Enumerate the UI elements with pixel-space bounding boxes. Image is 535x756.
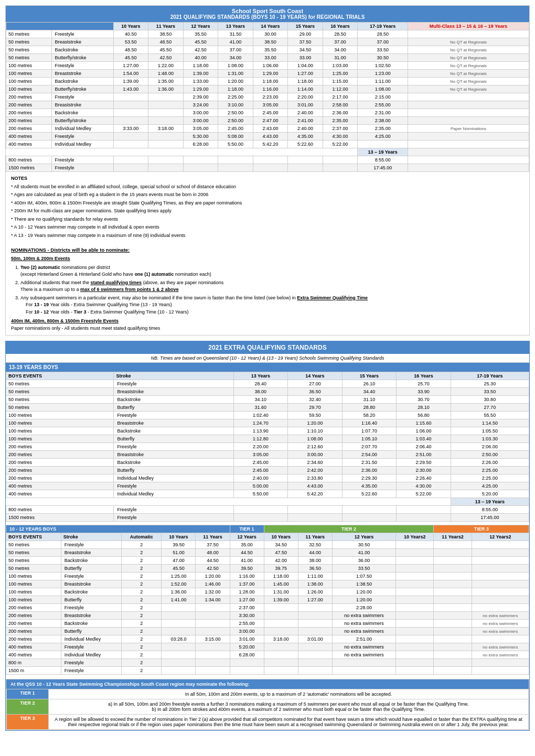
cell-15: 2:54.00 [342, 451, 397, 459]
boys-1012-row: 50 metres Backstroke 2 47.00 44.50 41.00… [6, 557, 529, 565]
cell-stroke: Freestyle [51, 133, 113, 141]
cell-16: 28.10 [397, 404, 451, 412]
cell-event: 50 metres [6, 549, 61, 557]
cell-10 [113, 141, 148, 148]
cell-stroke: Breaststroke [51, 70, 113, 78]
cell-t2-12: 1:38.50 [332, 580, 395, 588]
cell-t2-12: 2:51.00 [332, 635, 395, 643]
cell-1719: 37.00 [358, 38, 408, 46]
cell-16: 31.00 [323, 54, 358, 62]
cell-1719: 2:25.00 [451, 467, 529, 474]
gss-section: At the QSS 10 - 12 Years State Swimming … [6, 679, 529, 730]
cell-12: 1:33.00 [183, 78, 218, 85]
cell-16: 1:06.00 [397, 427, 451, 435]
cell-11: 48.50 [148, 38, 184, 46]
cell-t2-11: 1:11.00 [298, 573, 332, 580]
col-1012-t1-11: 11 Years [196, 533, 230, 541]
cell-mc: No QT at Regionals [408, 70, 529, 78]
col-14yr: 14 Years [253, 23, 288, 30]
cell-t1-11: 1:34.00 [196, 596, 230, 604]
cell-t1-10: 1:36.00 [162, 588, 196, 596]
cell-t1-12: 2:37.00 [230, 604, 264, 612]
cell-13: 1:02.40 [233, 412, 288, 419]
cell-t2-11: 32.50 [298, 541, 332, 549]
cell-event: 100 metres [6, 580, 61, 588]
cell-event: 200 metres [6, 459, 114, 467]
cell-auto: 2 [122, 643, 162, 651]
cell-t2-12: 1:07.50 [332, 573, 395, 580]
cell-11 [148, 133, 184, 141]
cell-t1-11 [196, 620, 230, 628]
boys-1319-table: BOYS EVENTS Stroke 13 Years 14 Years 15 … [6, 372, 529, 522]
boys-1319-row: 50 metres Butterfly 31.60 29.70 28.80 28… [6, 404, 529, 412]
cell-1719: 1:05.50 [451, 427, 529, 435]
cell-event: 100 metres [6, 588, 61, 596]
main-table-row: 50 metres Freestyle 40.50 38.50 35.50 31… [6, 30, 529, 38]
cell-13: 2:45.00 [233, 459, 288, 467]
cell-t1-12: 44.50 [230, 549, 264, 557]
cell-16: 2:35.00 [323, 117, 358, 125]
cell-event: 400 metres [6, 651, 61, 659]
cell-11 [148, 164, 184, 172]
cell-t3-12 [472, 635, 529, 643]
cell-12: 1:18.00 [183, 62, 218, 70]
cell-t3-12 [472, 604, 529, 612]
gss-tier3-row: TIER 3 A region will be allowed to excee… [7, 715, 529, 730]
cell-t1-12: 1:37.00 [230, 580, 264, 588]
cell-stroke: Backstroke [114, 459, 233, 467]
cell-13: 37.00 [218, 46, 253, 54]
cell-t3-12 [472, 565, 529, 573]
cell-13: 5:00.00 [233, 482, 288, 490]
cell-t2-11 [298, 643, 332, 651]
cell-13 [218, 164, 253, 172]
gss-tier3-label: TIER 3 [7, 715, 49, 730]
cell-11 [148, 141, 184, 148]
gss-tier2-desc-a: a) In all 50m, 100m and 200m freestyle e… [108, 701, 469, 707]
cell-11 [148, 156, 184, 164]
cell-15: 1:18.00 [288, 78, 323, 85]
cell-stroke: Breaststroke [51, 38, 113, 46]
cell-16: 28.50 [323, 30, 358, 38]
nominations-title: NOMINATIONS - Districts will be able to … [11, 246, 524, 254]
cell-t3-12 [472, 573, 529, 580]
cell-t3-11 [434, 588, 472, 596]
gss-tier2-desc-b: b) In all 200m form strokes and 400m eve… [152, 707, 425, 712]
gss-tier3-desc: A region will be allowed to exceed the n… [49, 715, 529, 730]
cell-stroke: Breaststroke [114, 388, 233, 396]
cell-14: 4:43.00 [253, 133, 288, 141]
cell-t1-11 [196, 612, 230, 620]
boys-1012-row: 100 metres Breaststroke 2 1:52.00 1:46.0… [6, 580, 529, 588]
cell-t3-12: no extra swimmers [472, 651, 529, 659]
col-boys-1719: 17-19 Years [451, 372, 529, 380]
cell-t2-10 [264, 651, 298, 659]
cell-stroke: Freestyle [61, 667, 122, 675]
cell-15: 1:27.00 [288, 70, 323, 78]
cell-t2-11 [298, 604, 332, 612]
cell-16 [397, 514, 451, 522]
cell-t1-11 [196, 628, 230, 635]
cell-event: 200 metres [6, 93, 52, 101]
cell-14: 1:29.00 [253, 70, 288, 78]
cell-10 [113, 101, 148, 109]
cell-t1-11 [196, 643, 230, 651]
cell-t3-12 [472, 580, 529, 588]
col-boys-event: BOYS EVENTS [6, 372, 114, 380]
cell-auto: 2 [122, 573, 162, 580]
cell-t3-10 [396, 573, 434, 580]
cell-t2-10 [264, 659, 298, 667]
cell-12: 3:00.00 [183, 109, 218, 117]
gss-tier1-row: TIER 1 In all 50m, 100m and 200m events,… [7, 689, 529, 699]
cell-16: 2:06.40 [397, 443, 451, 451]
cell-mc [408, 101, 529, 109]
cell-auto: 2 [122, 596, 162, 604]
cell-event: 400 metres [6, 490, 114, 498]
cell-t1-10: 51.00 [162, 549, 196, 557]
cell-12 [183, 164, 218, 172]
cell-1719: 27.70 [451, 404, 529, 412]
cell-t3-10 [396, 628, 434, 635]
cell-t2-10 [264, 612, 298, 620]
cell-14: 33.00 [253, 54, 288, 62]
note-item: * A 10 - 12 Years swimmer may compete in… [11, 224, 524, 231]
cell-mc [408, 141, 529, 148]
cell-14 [288, 506, 343, 514]
